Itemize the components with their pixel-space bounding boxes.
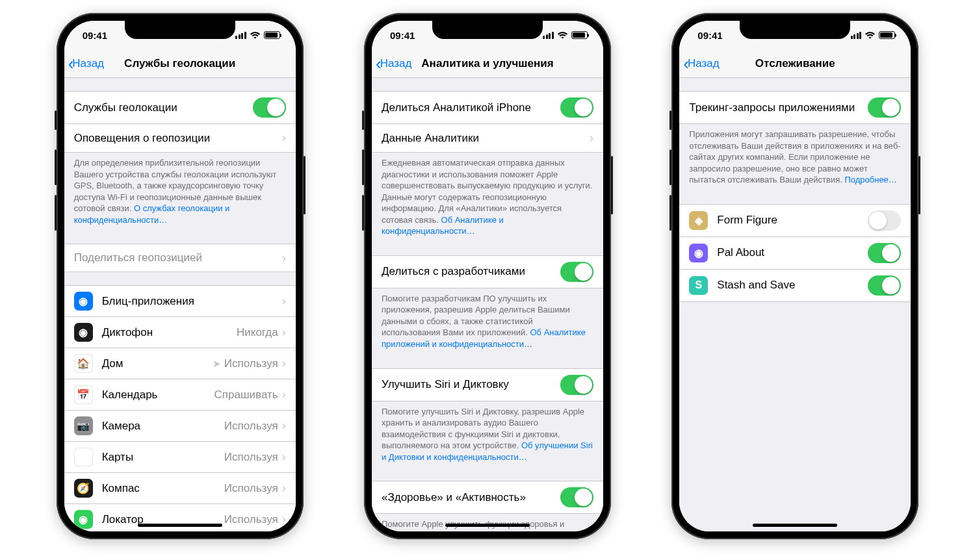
app-name: Form Figure — [717, 214, 868, 227]
app-row[interactable]: ◉Блиц-приложения› — [64, 285, 296, 317]
back-label: Назад — [688, 57, 720, 70]
toggle-share-developers[interactable] — [560, 262, 593, 282]
app-icon: ◉ — [74, 510, 93, 529]
link-learn-more[interactable]: Подробнее… — [844, 175, 896, 185]
phone-3: 09:41 ‹ Назад Отслеживание Трекинг-запро… — [671, 13, 918, 539]
phone-1: 09:41 ‹ Назад Службы геолокации Службы г… — [57, 13, 304, 539]
app-name: Карты — [102, 451, 224, 464]
row-location-alerts[interactable]: Оповещения о геопозиции › — [64, 124, 296, 153]
wifi-icon — [250, 31, 261, 40]
app-icon: ◉ — [74, 292, 93, 311]
wifi-icon — [557, 31, 568, 40]
tracking-app-row[interactable]: SStash and Save — [679, 270, 911, 302]
footer-siri: Помогите улучшить Siri и Диктовку, разре… — [372, 401, 603, 468]
toggle-app-tracking[interactable] — [868, 243, 901, 263]
back-label: Назад — [72, 57, 104, 70]
content[interactable]: Службы геолокации Оповещения о геопозици… — [64, 78, 296, 531]
app-icon: ◉ — [689, 244, 708, 262]
row-tracking-requests[interactable]: Трекинг-запросы приложениями — [679, 91, 911, 124]
home-indicator[interactable] — [138, 524, 222, 527]
home-indicator[interactable] — [753, 524, 837, 527]
nav-bar: ‹ Назад Службы геолокации — [64, 49, 296, 78]
app-icon: 🗺 — [74, 448, 93, 466]
status-time: 09:41 — [390, 30, 415, 41]
toggle-app-tracking[interactable] — [868, 275, 901, 296]
location-arrow-icon: ➤ — [213, 358, 221, 370]
chevron-right-icon: › — [282, 357, 286, 370]
app-row[interactable]: 🏠Дом➤Используя› — [64, 348, 296, 379]
toggle-improve-siri[interactable] — [560, 375, 593, 395]
app-row[interactable]: 📷КамераИспользуя› — [64, 411, 296, 442]
app-icon: 📷 — [74, 416, 93, 435]
status-time: 09:41 — [83, 30, 107, 41]
toggle-location-services[interactable] — [253, 97, 286, 118]
app-detail: Используя — [224, 513, 278, 526]
back-button[interactable]: ‹ Назад — [376, 55, 411, 72]
nav-bar: ‹ Назад Отслеживание — [679, 49, 911, 78]
app-name: Компас — [102, 482, 224, 495]
toggle-share-analytics[interactable] — [560, 97, 593, 118]
nav-bar: ‹ Назад Аналитика и улучшения — [372, 49, 603, 78]
app-detail: Используя — [224, 420, 278, 433]
chevron-right-icon: › — [590, 131, 593, 145]
back-label: Назад — [380, 57, 412, 70]
chevron-right-icon: › — [282, 131, 286, 145]
app-detail: Используя — [224, 451, 278, 464]
back-button[interactable]: ‹ Назад — [683, 55, 719, 72]
tracking-app-list: ◈Form Figure◉Pal AboutSStash and Save — [679, 204, 911, 302]
app-name: Pal About — [717, 246, 868, 259]
row-analytics-data[interactable]: Данные Аналитики › — [372, 124, 603, 153]
chevron-right-icon: › — [282, 450, 286, 464]
battery-icon — [879, 31, 895, 39]
app-list: ◉Блиц-приложения›◉ДиктофонНикогда›🏠Дом➤И… — [64, 285, 296, 531]
footer-location-info: Для определения приблизительной геопозиц… — [64, 153, 296, 231]
row-share-iphone-analytics[interactable]: Делиться Аналитикой iPhone — [372, 91, 603, 124]
app-name: Календарь — [102, 388, 214, 401]
footer-analytics: Ежедневная автоматическая отправка данны… — [372, 153, 603, 242]
chevron-right-icon: › — [282, 419, 286, 433]
row-health-activity[interactable]: «Здоровье» и «Активность» — [372, 481, 603, 514]
app-row[interactable]: ◉ЛокаторИспользуя› — [64, 504, 296, 531]
tracking-app-row[interactable]: ◉Pal About — [679, 237, 911, 270]
chevron-right-icon: › — [282, 325, 286, 339]
app-icon: 🏠 — [74, 354, 93, 373]
status-time: 09:41 — [697, 30, 722, 41]
home-indicator[interactable] — [445, 524, 530, 527]
signal-icon — [543, 32, 554, 39]
footer-health: Помогите Apple улучшить функции здоровья… — [372, 514, 603, 531]
toggle-tracking-requests[interactable] — [868, 97, 901, 118]
signal-icon — [235, 32, 246, 39]
app-name: Stash and Save — [717, 279, 868, 292]
row-share-location[interactable]: Поделиться геопозицией › — [64, 244, 296, 272]
battery-icon — [571, 31, 588, 39]
app-row[interactable]: 🗺КартыИспользуя› — [64, 442, 296, 473]
notch — [125, 21, 235, 39]
app-icon: S — [689, 276, 708, 295]
app-icon: ◈ — [689, 211, 708, 230]
app-row[interactable]: 📅КалендарьСпрашивать› — [64, 379, 296, 411]
app-name: Дом — [102, 357, 213, 370]
app-detail: Используя — [224, 482, 278, 495]
chevron-right-icon: › — [282, 481, 286, 495]
app-name: Камера — [102, 420, 224, 433]
tracking-app-row[interactable]: ◈Form Figure — [679, 204, 911, 237]
app-row[interactable]: 🧭КомпасИспользуя› — [64, 473, 296, 504]
toggle-app-tracking[interactable] — [868, 210, 901, 231]
app-icon: ◉ — [74, 323, 93, 342]
row-share-with-developers[interactable]: Делиться с разработчиками — [372, 255, 603, 288]
wifi-icon — [864, 31, 876, 40]
chevron-right-icon: › — [282, 294, 286, 308]
content[interactable]: Трекинг-запросы приложениями Приложения … — [679, 78, 911, 531]
app-name: Блиц-приложения — [102, 295, 282, 308]
notch — [432, 21, 543, 39]
footer-developers: Помогите разработчикам ПО улучшить их пр… — [372, 288, 603, 355]
app-detail: Никогда — [237, 326, 278, 339]
content[interactable]: Делиться Аналитикой iPhone Данные Аналит… — [372, 78, 603, 531]
app-row[interactable]: ◉ДиктофонНикогда› — [64, 317, 296, 348]
row-improve-siri[interactable]: Улучшить Siri и Диктовку — [372, 368, 603, 401]
toggle-health-activity[interactable] — [560, 487, 593, 507]
back-button[interactable]: ‹ Назад — [68, 55, 104, 72]
app-icon: 📅 — [74, 385, 93, 404]
signal-icon — [851, 32, 862, 39]
row-location-services[interactable]: Службы геолокации — [64, 91, 296, 124]
